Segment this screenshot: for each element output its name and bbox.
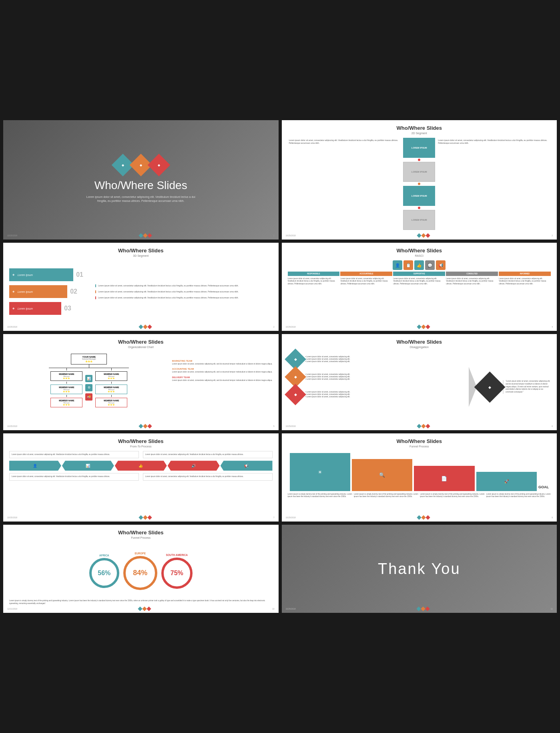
block-2-label: Lorem Ipsum: [18, 290, 33, 293]
org-icons-col: 📊 ⚙ 🚚: [84, 368, 94, 407]
circles-footer-text: Lorem ipsum is simply dummy text of the …: [9, 600, 273, 605]
funnel-text-cols: Lorem ipsum is simply dummy text of the …: [288, 493, 551, 498]
slide-7: Who/Where Slides From-To Process Lorem i…: [3, 433, 279, 522]
slide-2-date: 10/25/2018: [286, 234, 296, 237]
slide-9: Who/Where Slides Funnel Process AFRICA 5…: [3, 525, 279, 613]
bar-group-4: 🚀: [476, 472, 537, 491]
slide-10: Thank You 10/25/2018 11: [282, 525, 557, 613]
slide-8: Who/Where Slides Funnel Process ☀ 🔍 📄: [282, 433, 557, 522]
footer-diamonds-2: [417, 234, 430, 237]
org-tree: YOUR NAME General Manager ⭐⭐⭐ MEMBER NAM…: [9, 352, 169, 422]
circle-southamerica: SOUTH AMERICA 75%: [161, 554, 193, 589]
disag-layout: ◆ • Lorem ipsum dolor sit amet, consecte…: [288, 352, 551, 422]
footer-diamonds-8: [417, 516, 430, 519]
slide-9-footer: 12/21/2019 10: [7, 607, 275, 610]
disag-quote: "Lorem ipsum dolor sit amet, consectetur…: [503, 380, 551, 394]
disag-text-2: • Lorem ipsum dolor sit amet, consectetu…: [305, 373, 350, 381]
slide-5-date: 10/25/2018: [7, 425, 17, 427]
footer-diamonds-4: [417, 325, 430, 328]
circle-africa: AFRICA 56%: [89, 554, 119, 588]
block-2-face: ◆ Lorem Ipsum 02: [9, 285, 67, 298]
bar-4: 🚀: [476, 472, 537, 491]
slide-7-title: Who/Where Slides: [9, 438, 273, 444]
rasci-text-1: Lorem ipsum dolor sit amet, consectetur …: [288, 278, 340, 323]
3d-text-3: Lorem ipsum dolor sit amet, consectetur …: [95, 296, 273, 299]
3d-text-2: Lorem ipsum dolor sit amet, consectetur …: [95, 290, 273, 293]
thankyou-text: Thank You: [378, 560, 461, 578]
footer-diamonds-10: [417, 607, 429, 610]
slides-grid: ◆ ◆ ◆ Who/Where Slides Lorem ipsum dolor…: [0, 117, 560, 616]
europe-circle: 84%: [123, 556, 157, 590]
slide-1: ◆ ◆ ◆ Who/Where Slides Lorem ipsum dolor…: [3, 120, 279, 240]
africa-circle: 56%: [89, 558, 119, 588]
org-box-r1: MEMBER NAME Manager ⭐⭐⭐: [95, 371, 127, 381]
fd-2: [143, 233, 147, 238]
slide-10-num: 11: [550, 608, 553, 610]
fromto-content: Lorem ipsum dolor sit amet, consectetur …: [9, 451, 273, 514]
block-2-num: 02: [70, 288, 77, 295]
fd-3: [147, 233, 152, 238]
slide-8-num: 9: [552, 516, 553, 519]
slide-6-subtitle: Disaggregation: [288, 346, 551, 348]
slide-4-subtitle: RASCI: [288, 254, 551, 257]
slide-2-footer: 10/25/2018 2: [286, 234, 553, 237]
funnel-text-2: Lorem ipsum is simply dummy text of the …: [354, 493, 418, 498]
block-3: ◆ Lorem Ipsum 03: [9, 301, 81, 316]
funnel-bars: ☀ 🔍 📄 🚀: [288, 451, 551, 491]
diamond-3: ◆: [147, 153, 170, 176]
europe-label: EUROPE: [135, 552, 146, 555]
rasci-icon-1: 👤: [393, 260, 402, 270]
arrow-4: 🔊: [168, 461, 220, 471]
slide-8-date: 10/25/2018: [286, 516, 296, 519]
block-1-face: ◆ Lorem Ipsum 01: [9, 268, 73, 281]
disag-row-3: ◆ • Lorem ipsum dolor sit amet, consecte…: [288, 387, 466, 402]
africa-percent: 56%: [98, 570, 110, 577]
bar-group-1: ☀: [290, 453, 350, 491]
slide-7-subtitle: From-To Process: [9, 445, 273, 448]
seg-box-3: LOREM IPSUM: [403, 186, 435, 206]
slide-5-num: 5: [273, 425, 275, 427]
funnel-text-4: Lorem ipsum is simply dummy text of the …: [486, 493, 551, 498]
slide-7-num: 7: [273, 516, 275, 519]
seg-dot-3: [418, 207, 420, 209]
marketing-label: MARKETING TEAM: [172, 360, 273, 362]
footer-diamonds-9: [138, 607, 151, 610]
funnel-text-3: Lorem ipsum is simply dummy text of the …: [420, 493, 484, 498]
seg-box-1: LOREM IPSUM: [403, 138, 435, 158]
goal-text: GOAL: [538, 485, 549, 489]
disag-row-1: ◆ • Lorem ipsum dolor sit amet, consecte…: [288, 352, 466, 367]
rasci-label-4: CONSULTED: [446, 272, 498, 276]
slide-9-subtitle: Funnel Process: [9, 536, 273, 539]
org-team-labels: MARKETING TEAM Lorem ipsum dolor sit ame…: [172, 352, 273, 422]
block-1: ◆ Lorem Ipsum 01: [9, 267, 81, 282]
org-box-l3: MEMBER NAME Manager ⭐⭐⭐: [50, 398, 82, 407]
org-top-box: YOUR NAME General Manager ⭐⭐⭐: [71, 354, 107, 364]
slide-3-content: ◆ Lorem Ipsum 01 ◆ Lorem Ipsum 02: [9, 260, 273, 323]
slide-3-date: 10/25/2018: [7, 326, 17, 328]
slide-6-footer: 10/25/2018 6: [286, 425, 553, 428]
slide-8-title: Who/Where Slides: [288, 438, 551, 444]
goal-label: GOAL: [538, 485, 549, 491]
seg-boxes-col: LOREM IPSUM LOREM IPSUM LOREM IPSUM LORE…: [403, 138, 435, 230]
slide-1-date: 10/25/2018: [7, 234, 17, 237]
block-3-face: ◆ Lorem Ipsum 03: [9, 302, 61, 315]
rasci-label-3: SUPPORTIVE: [393, 272, 445, 276]
arrow-5: 📢: [221, 461, 273, 471]
seg-text-1: Lorem ipsum dolor sit amet, consectetur …: [288, 138, 402, 230]
fd-2-3: [426, 233, 430, 238]
southamerica-circle: 75%: [161, 558, 193, 589]
bar-group-3: 📄: [414, 466, 474, 491]
disag-left: ◆ • Lorem ipsum dolor sit amet, consecte…: [288, 352, 466, 422]
3d-text-1: Lorem ipsum dolor sit amet, consectetur …: [95, 284, 273, 287]
slide-8-subtitle: Funnel Process: [288, 445, 551, 448]
rasci-label-2: ACCOUNTABLE: [340, 272, 392, 276]
delivery-label: DELIVERY TEAM: [172, 376, 273, 379]
footer-diamonds: [139, 234, 151, 237]
rasci-labels-row: RESPONSIBLE ACCOUNTABLE SUPPORTIVE CONSU…: [288, 272, 551, 276]
rasci-text-5: Lorem ipsum dolor sit amet, consectetur …: [499, 278, 551, 323]
slide-6-date: 10/25/2018: [286, 425, 296, 427]
slide-7-date: 10/25/2018: [7, 516, 17, 519]
3d-texts: Lorem ipsum dolor sit amet, consectetur …: [87, 284, 273, 299]
arrow-3: 👍: [115, 461, 167, 471]
slide-3-title: Who/Where Slides: [9, 248, 273, 254]
